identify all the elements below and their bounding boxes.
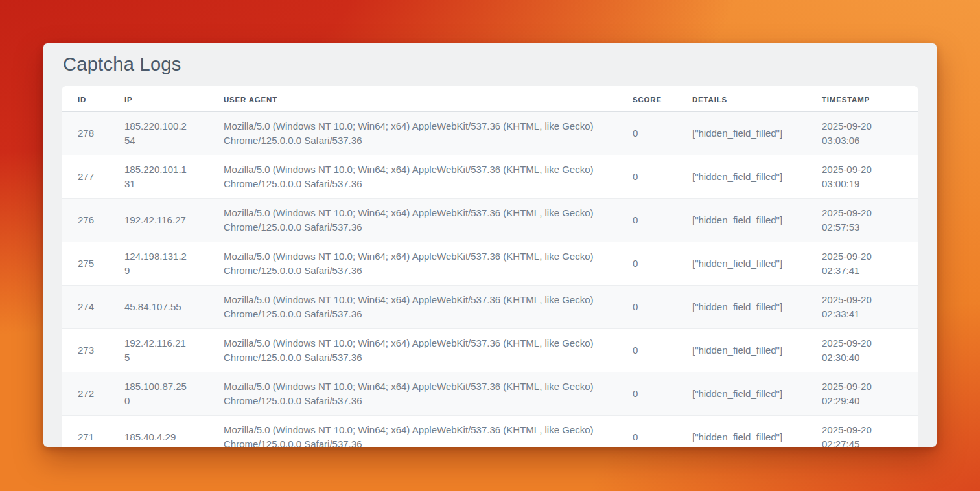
cell-user-agent: Mozilla/5.0 (Windows NT 10.0; Win64; x64… (207, 199, 616, 242)
cell-user-agent: Mozilla/5.0 (Windows NT 10.0; Win64; x64… (207, 329, 616, 372)
cell-ip: 45.84.107.55 (108, 286, 207, 329)
cell-score: 0 (616, 329, 676, 372)
cell-details: ["hidden_field_filled"] (676, 112, 806, 155)
cell-ip: 185.220.100.254 (108, 112, 207, 155)
cell-user-agent: Mozilla/5.0 (Windows NT 10.0; Win64; x64… (207, 242, 616, 286)
column-header-score: SCORE (616, 86, 676, 112)
cell-timestamp: 2025-09-20 02:30:40 (806, 329, 918, 372)
cell-score: 0 (616, 199, 676, 242)
cell-timestamp: 2025-09-20 03:03:06 (806, 112, 918, 155)
cell-id: 278 (62, 112, 108, 155)
table-row: 278 185.220.100.254 Mozilla/5.0 (Windows… (62, 112, 918, 155)
column-header-id: ID (62, 86, 108, 112)
table-row: 274 45.84.107.55 Mozilla/5.0 (Windows NT… (62, 286, 918, 329)
table-row: 271 185.40.4.29 Mozilla/5.0 (Windows NT … (62, 416, 918, 448)
cell-details: ["hidden_field_filled"] (676, 199, 806, 242)
cell-id: 276 (62, 199, 108, 242)
cell-details: ["hidden_field_filled"] (676, 286, 806, 329)
table-row: 273 192.42.116.215 Mozilla/5.0 (Windows … (62, 329, 918, 372)
cell-score: 0 (616, 286, 676, 329)
cell-timestamp: 2025-09-20 02:37:41 (806, 242, 918, 286)
cell-user-agent: Mozilla/5.0 (Windows NT 10.0; Win64; x64… (207, 112, 616, 155)
cell-ip: 185.40.4.29 (108, 416, 207, 448)
cell-user-agent: Mozilla/5.0 (Windows NT 10.0; Win64; x64… (207, 286, 616, 329)
cell-id: 275 (62, 242, 108, 286)
column-header-ip: IP (108, 86, 207, 112)
cell-ip: 124.198.131.29 (108, 242, 207, 286)
cell-ip: 192.42.116.27 (108, 199, 207, 242)
cell-id: 272 (62, 372, 108, 416)
cell-id: 277 (62, 155, 108, 199)
cell-ip: 185.100.87.250 (108, 372, 207, 416)
cell-score: 0 (616, 155, 676, 199)
cell-details: ["hidden_field_filled"] (676, 242, 806, 286)
table-row: 275 124.198.131.29 Mozilla/5.0 (Windows … (62, 242, 918, 286)
cell-timestamp: 2025-09-20 02:29:40 (806, 372, 918, 416)
cell-user-agent: Mozilla/5.0 (Windows NT 10.0; Win64; x64… (207, 372, 616, 416)
column-header-details: DETAILS (676, 86, 806, 112)
cell-timestamp: 2025-09-20 02:57:53 (806, 199, 918, 242)
cell-ip: 185.220.101.131 (108, 155, 207, 199)
cell-timestamp: 2025-09-20 02:27:45 (806, 416, 918, 448)
cell-details: ["hidden_field_filled"] (676, 372, 806, 416)
cell-score: 0 (616, 112, 676, 155)
page-title: Captcha Logs (63, 54, 918, 75)
captcha-logs-table: ID IP USER AGENT SCORE DETAILS TIMESTAMP… (62, 86, 918, 447)
cell-user-agent: Mozilla/5.0 (Windows NT 10.0; Win64; x64… (207, 155, 616, 199)
cell-user-agent: Mozilla/5.0 (Windows NT 10.0; Win64; x64… (207, 416, 616, 448)
cell-timestamp: 2025-09-20 03:00:19 (806, 155, 918, 199)
captcha-logs-card: Captcha Logs ID IP USER AGENT SCORE DETA… (43, 43, 937, 447)
logs-table-container: ID IP USER AGENT SCORE DETAILS TIMESTAMP… (62, 86, 918, 447)
table-header: ID IP USER AGENT SCORE DETAILS TIMESTAMP (62, 86, 918, 112)
table-row: 272 185.100.87.250 Mozilla/5.0 (Windows … (62, 372, 918, 416)
table-body: 278 185.220.100.254 Mozilla/5.0 (Windows… (62, 112, 918, 448)
cell-id: 274 (62, 286, 108, 329)
cell-timestamp: 2025-09-20 02:33:41 (806, 286, 918, 329)
cell-details: ["hidden_field_filled"] (676, 155, 806, 199)
cell-score: 0 (616, 416, 676, 448)
cell-details: ["hidden_field_filled"] (676, 416, 806, 448)
column-header-timestamp: TIMESTAMP (806, 86, 918, 112)
table-row: 277 185.220.101.131 Mozilla/5.0 (Windows… (62, 155, 918, 199)
cell-score: 0 (616, 372, 676, 416)
table-header-row: ID IP USER AGENT SCORE DETAILS TIMESTAMP (62, 86, 918, 112)
cell-id: 273 (62, 329, 108, 372)
cell-details: ["hidden_field_filled"] (676, 329, 806, 372)
cell-ip: 192.42.116.215 (108, 329, 207, 372)
cell-id: 271 (62, 416, 108, 448)
column-header-user-agent: USER AGENT (207, 86, 616, 112)
table-row: 276 192.42.116.27 Mozilla/5.0 (Windows N… (62, 199, 918, 242)
cell-score: 0 (616, 242, 676, 286)
